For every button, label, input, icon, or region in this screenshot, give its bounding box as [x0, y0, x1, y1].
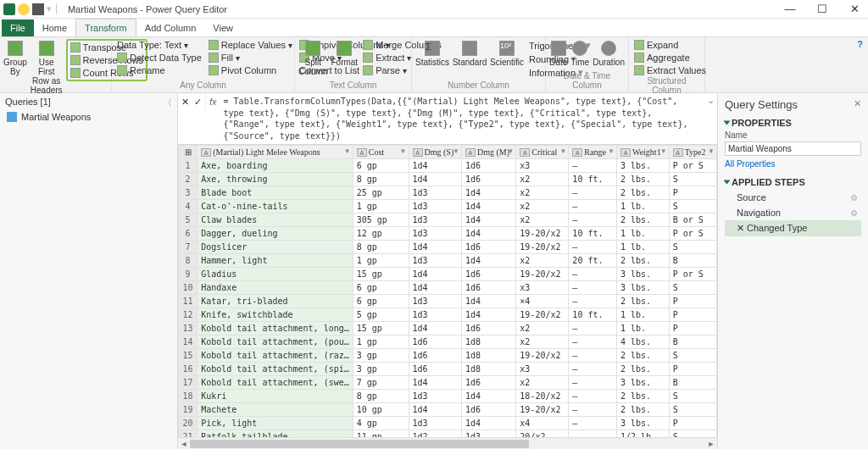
row-number[interactable]: 13 — [179, 322, 198, 335]
cell[interactable]: P or S — [669, 159, 716, 173]
table-row[interactable]: 17Kobold tail attachment, (swe…7 gp1d41d… — [179, 376, 717, 390]
cell[interactable]: 3 lbs. — [617, 417, 670, 430]
cell[interactable]: Ratfolk tailblade — [198, 430, 353, 438]
cell[interactable]: 4 gp — [353, 417, 409, 430]
cell[interactable]: — — [569, 241, 617, 254]
filter-dropdown-icon[interactable]: ▼ — [660, 147, 667, 155]
cell[interactable]: 1d3 — [409, 186, 461, 200]
cell[interactable]: 2 lbs. — [617, 213, 670, 227]
properties-header[interactable]: PROPERTIES — [732, 118, 792, 128]
row-number[interactable]: 5 — [179, 213, 198, 227]
cell[interactable]: P or S — [669, 227, 716, 241]
cell[interactable]: S — [669, 281, 716, 295]
cell[interactable]: 1d6 — [461, 403, 515, 417]
filter-dropdown-icon[interactable]: ▼ — [400, 147, 407, 155]
cell[interactable]: 1d6 — [461, 268, 515, 281]
cell[interactable]: 3 gp — [353, 349, 409, 363]
cell[interactable]: S — [669, 241, 716, 254]
query-item[interactable]: Martial Weapons — [5, 110, 172, 124]
cell[interactable]: — — [569, 390, 617, 403]
table-row[interactable]: 8Hammer, light1 gp1d31d4x220 ft.2 lbs.B — [179, 254, 717, 268]
cell[interactable]: 1d4 — [461, 254, 515, 268]
cell[interactable]: Axe, throwing — [198, 173, 353, 186]
cell[interactable]: 1d6 — [461, 376, 515, 390]
cell[interactable]: Kobold tail attachment, long… — [198, 322, 353, 335]
cell[interactable]: B — [669, 335, 716, 349]
cell[interactable]: — — [569, 335, 617, 349]
cell[interactable]: 6 gp — [353, 295, 409, 308]
duration-button[interactable]: Duration — [593, 39, 625, 67]
row-number[interactable]: 12 — [179, 308, 198, 322]
cell[interactable]: P or S — [669, 268, 716, 281]
table-row[interactable]: 20Pick, light4 gp1d31d4x4—3 lbs.P — [179, 417, 717, 430]
maximize-button[interactable]: ☐ — [812, 3, 832, 15]
cell[interactable]: 1d4 — [461, 227, 515, 241]
cell[interactable]: P — [669, 322, 716, 335]
cell[interactable]: 11 gp — [353, 430, 409, 438]
date-button[interactable]: Date — [549, 39, 567, 67]
tab-file[interactable]: File — [2, 19, 34, 36]
cell[interactable]: 1d8 — [461, 335, 515, 349]
cell[interactable]: 1 gp — [353, 200, 409, 213]
group-by-button[interactable]: Group By — [3, 39, 27, 76]
replace-values-button[interactable]: Replace Values ▾ — [207, 39, 294, 51]
filter-dropdown-icon[interactable]: ▼ — [453, 147, 459, 155]
cell[interactable]: 1 lb. — [617, 241, 670, 254]
formula-text[interactable]: = Table.TransformColumnTypes(Data,{{"(Ma… — [220, 93, 705, 144]
cell[interactable]: Handaxe — [198, 281, 353, 295]
cell[interactable]: Claw blades — [198, 213, 353, 227]
row-number[interactable]: 18 — [179, 390, 198, 403]
table-row[interactable]: 13Kobold tail attachment, long…15 gp1d41… — [179, 322, 717, 335]
cell[interactable]: 2 lbs. — [617, 254, 670, 268]
cell[interactable]: ×4 — [516, 295, 569, 308]
cell[interactable]: B or S — [669, 213, 716, 227]
cell[interactable]: 1d8 — [461, 363, 515, 376]
row-header-corner[interactable]: ⊞ — [179, 146, 198, 159]
cell[interactable]: 10 ft. — [569, 227, 617, 241]
scroll-left-icon[interactable]: ◄ — [178, 438, 190, 449]
table-row[interactable]: 6Dagger, dueling12 gp1d31d419-20/x210 ft… — [179, 227, 717, 241]
row-number[interactable]: 4 — [179, 200, 198, 213]
cell[interactable]: 2 lbs. — [617, 186, 670, 200]
row-number[interactable]: 9 — [179, 268, 198, 281]
cell[interactable]: Cat-o'-nine-tails — [198, 200, 353, 213]
row-number[interactable]: 15 — [179, 349, 198, 363]
cell[interactable]: 1d4 — [461, 295, 515, 308]
cell[interactable]: Hammer, light — [198, 254, 353, 268]
cell[interactable]: 1d6 — [409, 335, 461, 349]
cell[interactable]: 20/x2 — [516, 430, 569, 438]
use-first-row-button[interactable]: Use First Row as Headers — [31, 39, 63, 95]
cell[interactable]: Blade boot — [198, 186, 353, 200]
cell[interactable]: 20 ft. — [569, 254, 617, 268]
cell[interactable]: — — [569, 430, 617, 438]
cell[interactable]: x2 — [516, 186, 569, 200]
cell[interactable]: 1d6 — [461, 241, 515, 254]
cell[interactable]: x2 — [516, 200, 569, 213]
cell[interactable]: x2 — [516, 376, 569, 390]
cell[interactable]: P — [669, 308, 716, 322]
cell[interactable]: 1d3 — [409, 308, 461, 322]
cell[interactable]: — — [569, 417, 617, 430]
cell[interactable]: 3 lbs. — [617, 376, 670, 390]
filter-dropdown-icon[interactable]: ▼ — [344, 147, 351, 155]
cell[interactable]: Gladius — [198, 268, 353, 281]
cell[interactable]: x4 — [516, 417, 569, 430]
cell[interactable]: 1 lb. — [617, 200, 670, 213]
row-number[interactable]: 11 — [179, 295, 198, 308]
row-number[interactable]: 16 — [179, 363, 198, 376]
gear-icon[interactable]: ⚙ — [850, 193, 858, 202]
gear-icon[interactable]: ⚙ — [850, 208, 858, 218]
cell[interactable]: 305 gp — [353, 213, 409, 227]
row-number[interactable]: 2 — [179, 173, 198, 186]
tab-transform[interactable]: Transform — [75, 19, 136, 36]
table-row[interactable]: 10Handaxe6 gp1d41d6x3—3 lbs.S — [179, 281, 717, 295]
cell[interactable]: 2 lbs. — [617, 349, 670, 363]
row-number[interactable]: 14 — [179, 335, 198, 349]
table-row[interactable]: 14Kobold tail attachment, (pou…1 gp1d61d… — [179, 335, 717, 349]
cell[interactable]: x3 — [516, 281, 569, 295]
cell[interactable]: 3 lbs. — [617, 268, 670, 281]
data-grid[interactable]: ⊞A(Martial) Light Melee Weapons▼ACost▼AD… — [178, 145, 717, 437]
column-header[interactable]: ADmg (S)▼ — [409, 146, 461, 159]
applied-step[interactable]: Navigation⚙ — [725, 205, 861, 220]
tab-view[interactable]: View — [204, 19, 242, 36]
